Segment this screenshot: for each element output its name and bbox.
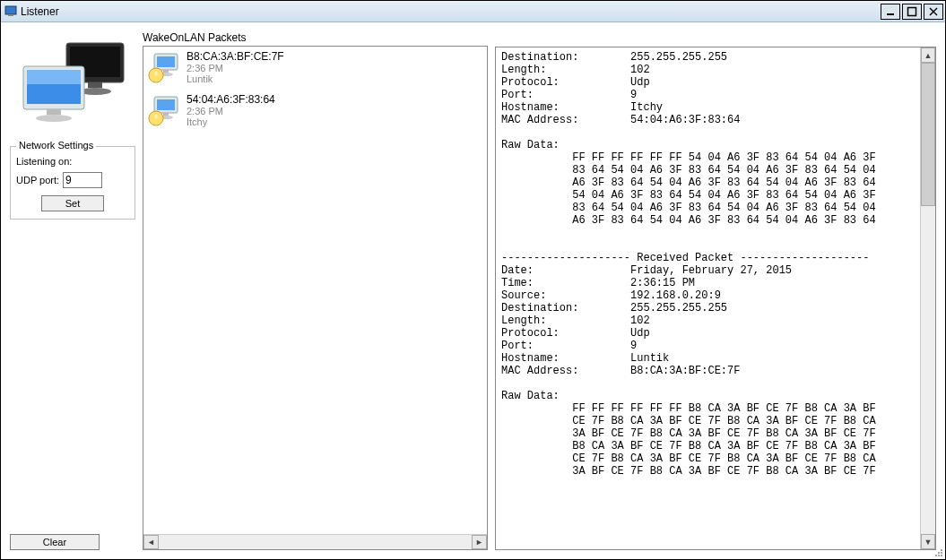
packet-host: Itchy bbox=[187, 116, 275, 127]
titlebar[interactable]: Listener bbox=[1, 1, 945, 22]
svg-point-29 bbox=[938, 555, 940, 556]
scroll-right-arrow-icon[interactable]: ► bbox=[472, 535, 487, 549]
svg-rect-13 bbox=[47, 109, 61, 115]
udp-port-input[interactable] bbox=[63, 172, 102, 188]
scroll-track[interactable] bbox=[921, 206, 935, 534]
vertical-scrollbar[interactable]: ▲ ▼ bbox=[920, 47, 935, 549]
packet-monitor-icon bbox=[147, 93, 183, 129]
detail-text[interactable]: Destination: 255.255.255.255 Length: 102… bbox=[496, 47, 920, 549]
svg-point-26 bbox=[941, 552, 942, 554]
clear-button[interactable]: Clear bbox=[10, 534, 100, 550]
udp-port-label: UDP port: bbox=[16, 175, 59, 185]
content-area: Network Settings Listening on: UDP port:… bbox=[1, 22, 945, 559]
scroll-track[interactable] bbox=[159, 535, 472, 549]
set-button[interactable]: Set bbox=[41, 195, 104, 211]
network-settings-legend: Network Settings bbox=[16, 140, 96, 151]
svg-rect-0 bbox=[5, 6, 16, 14]
close-button[interactable] bbox=[924, 4, 943, 20]
packet-monitor-icon bbox=[147, 50, 183, 86]
listening-label: Listening on: bbox=[16, 156, 129, 167]
maximize-button[interactable] bbox=[902, 4, 922, 20]
packet-time: 2:36 PM bbox=[187, 106, 275, 116]
network-settings-group: Network Settings Listening on: UDP port:… bbox=[10, 146, 135, 220]
app-window: Listener bbox=[0, 0, 946, 560]
scroll-thumb[interactable] bbox=[921, 63, 935, 206]
svg-rect-17 bbox=[163, 70, 169, 73]
packet-listbox[interactable]: B8:CA:3A:BF:CE:7F2:36 PMLuntik54:04:A6:3… bbox=[143, 46, 488, 550]
svg-rect-2 bbox=[887, 13, 894, 15]
svg-rect-12 bbox=[27, 70, 81, 84]
packet-mac: B8:CA:3A:BF:CE:7F bbox=[187, 50, 284, 63]
monitors-image bbox=[10, 31, 135, 139]
left-panel: Network Settings Listening on: UDP port:… bbox=[10, 31, 135, 550]
horizontal-scrollbar[interactable]: ◄ ► bbox=[143, 534, 487, 549]
app-icon bbox=[4, 5, 17, 18]
packet-host: Luntik bbox=[187, 73, 284, 84]
svg-rect-3 bbox=[908, 7, 916, 15]
detail-panel: Destination: 255.255.255.255 Length: 102… bbox=[495, 31, 936, 550]
svg-point-14 bbox=[36, 115, 72, 122]
packet-mac: 54:04:A6:3F:83:64 bbox=[187, 93, 275, 106]
packet-item[interactable]: B8:CA:3A:BF:CE:7F2:36 PMLuntik bbox=[145, 48, 485, 91]
svg-rect-22 bbox=[163, 113, 169, 116]
svg-point-30 bbox=[935, 555, 937, 556]
svg-point-25 bbox=[941, 549, 942, 551]
resize-grip-icon[interactable] bbox=[933, 547, 943, 557]
packet-time: 2:36 PM bbox=[187, 63, 284, 73]
minimize-button[interactable] bbox=[881, 4, 900, 20]
detail-textbox[interactable]: Destination: 255.255.255.255 Length: 102… bbox=[495, 47, 936, 550]
svg-rect-8 bbox=[88, 82, 102, 88]
window-title: Listener bbox=[21, 5, 879, 18]
svg-rect-1 bbox=[8, 14, 13, 16]
svg-point-28 bbox=[938, 552, 940, 554]
packets-header: WakeOnLAN Packets bbox=[143, 31, 488, 44]
scroll-left-arrow-icon[interactable]: ◄ bbox=[143, 535, 159, 549]
packet-item[interactable]: 54:04:A6:3F:83:642:36 PMItchy bbox=[145, 91, 485, 134]
scroll-up-arrow-icon[interactable]: ▲ bbox=[921, 47, 935, 63]
packet-list-panel: WakeOnLAN Packets B8:CA:3A:BF:CE:7F2:36 … bbox=[143, 31, 488, 550]
svg-rect-16 bbox=[157, 56, 175, 67]
svg-rect-21 bbox=[157, 99, 175, 110]
svg-point-27 bbox=[941, 555, 942, 556]
